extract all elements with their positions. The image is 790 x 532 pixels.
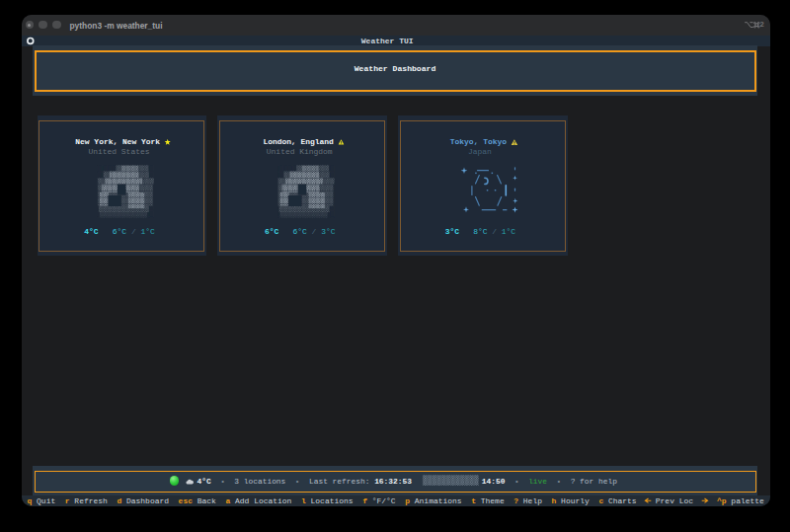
svg-text:2: 2 xyxy=(760,20,764,29)
